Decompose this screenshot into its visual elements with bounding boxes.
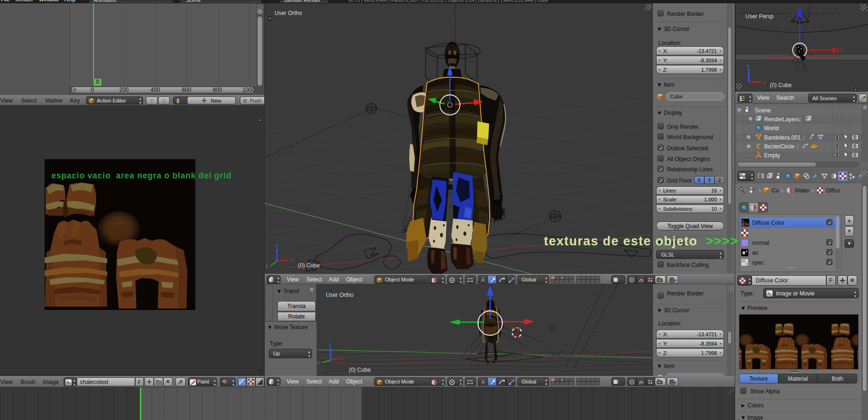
svg-text:x: x bbox=[763, 79, 766, 85]
svg-text:z: z bbox=[275, 243, 278, 248]
svg-text:z: z bbox=[329, 342, 331, 347]
svg-text:z: z bbox=[747, 63, 750, 68]
svg-text:y: y bbox=[266, 263, 268, 268]
svg-text:Cu: Cu bbox=[772, 187, 779, 194]
svg-text:Mater: Mater bbox=[795, 187, 810, 194]
svg-text:x: x bbox=[290, 258, 292, 263]
svg-text:Diffus: Diffus bbox=[826, 187, 840, 194]
svg-text:y: y bbox=[318, 360, 320, 365]
svg-text:x: x bbox=[340, 356, 343, 361]
